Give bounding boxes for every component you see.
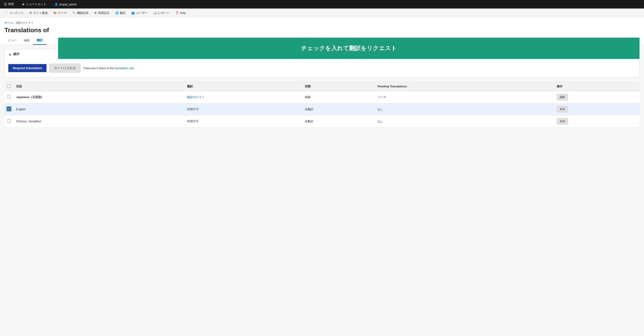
page-header: ホーム › 翻訳のテスト Translations of ビュー 編集 翻訳 チ… bbox=[0, 18, 644, 45]
row-action-button-chinese[interactable]: 追加 bbox=[557, 118, 568, 124]
nav-people[interactable]: 👥 ユーザー bbox=[129, 9, 150, 18]
callout-text: チェックを入れて翻訳をリクエスト bbox=[301, 45, 397, 52]
main-content: ホーム › 翻訳のテスト Translations of ビュー 編集 翻訳 チ… bbox=[0, 18, 644, 336]
row-translation-japanese[interactable]: 翻訳のテスト bbox=[184, 91, 302, 103]
table-row: Japanese（元言語）翻訳のテスト掲載ソース編集 bbox=[4, 91, 640, 103]
people-icon: 👥 bbox=[131, 11, 135, 15]
nav-reports[interactable]: 📊 レポート bbox=[151, 9, 172, 18]
nav-appearance[interactable]: 🎨 テーマ bbox=[51, 9, 69, 18]
appearance-icon: 🎨 bbox=[53, 11, 57, 15]
collapse-icon: ▲ bbox=[8, 52, 12, 56]
extend-icon: 🔧 bbox=[72, 11, 76, 15]
row-status-chinese: 未翻訳 bbox=[302, 115, 375, 127]
row-pending-chinese: なし bbox=[375, 115, 554, 127]
user-icon: 👤 bbox=[54, 3, 58, 6]
nav-appearance-label: テーマ bbox=[58, 11, 67, 15]
admin-toolbar: ☰ 管理 ★ ショートカット 👤 drupal_admin bbox=[0, 0, 644, 9]
nav-extend-label: 機能拡張 bbox=[77, 11, 88, 15]
nav-people-label: ユーザー bbox=[136, 11, 148, 15]
row-pending-japanese: ソース bbox=[375, 91, 554, 103]
page-title: Translations of bbox=[4, 27, 640, 34]
configuration-icon: ⚙ bbox=[94, 11, 97, 15]
cart-suffix: . bbox=[134, 67, 134, 70]
cart-info: There are 0 items in the translation car… bbox=[83, 67, 134, 70]
table-row: Chinese, Simplified利用不可未翻訳なし追加 bbox=[4, 115, 640, 127]
toolbar-manage[interactable]: ☰ 管理 bbox=[2, 2, 16, 6]
nav-configuration[interactable]: ⚙ 環境設定 bbox=[92, 9, 112, 18]
nav-extend[interactable]: 🔧 機能拡張 bbox=[70, 9, 91, 18]
nav-translation-label: 翻訳 bbox=[120, 11, 126, 15]
col-header-pending: Pending Translations bbox=[375, 82, 554, 91]
breadcrumb-separator: › bbox=[14, 21, 15, 25]
row-language-chinese: Chinese, Simplified bbox=[14, 115, 184, 127]
operations-body: Request translation カートに入れる There are 0 … bbox=[5, 59, 639, 77]
translation-icon: 🌐 bbox=[115, 11, 119, 15]
col-header-status: 状態 bbox=[302, 82, 375, 91]
nav-content-label: コンテンツ bbox=[9, 11, 24, 15]
row-checkbox-cell bbox=[4, 115, 14, 127]
row-action-chinese: 追加 bbox=[554, 115, 640, 127]
content-icon: 📄 bbox=[4, 11, 8, 15]
tab-view[interactable]: ビュー bbox=[4, 37, 20, 45]
table-header-row: 言語 翻訳 状態 Pending Translations 操作 bbox=[4, 82, 640, 91]
nav-structure[interactable]: ⚙ サイト構成 bbox=[27, 9, 50, 18]
callout-overlay: チェックを入れて翻訳をリクエスト bbox=[58, 38, 640, 59]
cart-link[interactable]: translation cart bbox=[115, 67, 134, 70]
request-translation-button[interactable]: Request translation bbox=[8, 64, 46, 72]
row-pending-english: なし bbox=[375, 103, 554, 115]
star-icon: ★ bbox=[22, 3, 25, 6]
toolbar-manage-label: 管理 bbox=[8, 2, 14, 6]
col-header-checkbox bbox=[4, 82, 14, 91]
toolbar-user[interactable]: 👤 drupal_admin bbox=[52, 3, 79, 6]
toolbar-shortcuts[interactable]: ★ ショートカット bbox=[20, 2, 48, 6]
add-to-cart-button[interactable]: カートに入れる bbox=[49, 64, 80, 73]
row-checkbox-english[interactable] bbox=[7, 107, 11, 111]
row-checkbox-cell bbox=[4, 91, 14, 103]
row-language-english: English bbox=[14, 103, 184, 115]
table-row: English利用不可未翻訳なし追加 bbox=[4, 103, 640, 115]
col-header-translation: 翻訳 bbox=[184, 82, 302, 91]
nav-content[interactable]: 📄 コンテンツ bbox=[2, 9, 26, 18]
row-checkbox-japanese[interactable] bbox=[7, 95, 11, 99]
tab-edit[interactable]: 編集 bbox=[20, 37, 33, 45]
row-action-japanese: 編集 bbox=[554, 91, 640, 103]
toolbar-user-label: drupal_admin bbox=[59, 3, 77, 6]
nav-reports-label: レポート bbox=[158, 11, 170, 15]
breadcrumb: ホーム › 翻訳のテスト bbox=[4, 21, 640, 25]
row-translation-chinese: 利用不可 bbox=[184, 115, 302, 127]
nav-help[interactable]: ❓ Help bbox=[173, 9, 188, 18]
secondary-nav: 📄 コンテンツ ⚙ サイト構成 🎨 テーマ 🔧 機能拡張 ⚙ 環境設定 🌐 翻訳… bbox=[0, 9, 644, 18]
cart-info-text: There are 0 items in the bbox=[83, 67, 114, 70]
col-header-actions: 操作 bbox=[554, 82, 640, 91]
row-action-english: 追加 bbox=[554, 103, 640, 115]
row-checkbox-chinese[interactable] bbox=[7, 119, 11, 123]
reports-icon: 📊 bbox=[153, 11, 157, 15]
tab-translations[interactable]: 翻訳 bbox=[33, 37, 46, 45]
row-translation-link-japanese[interactable]: 翻訳のテスト bbox=[187, 95, 204, 99]
row-checkbox-cell bbox=[4, 103, 14, 115]
translations-table: 言語 翻訳 状態 Pending Translations 操作 bbox=[4, 82, 640, 127]
operations-label: 操作 bbox=[13, 52, 20, 56]
nav-configuration-label: 環境設定 bbox=[98, 11, 110, 15]
menu-icon: ☰ bbox=[4, 3, 7, 6]
structure-icon: ⚙ bbox=[29, 11, 32, 15]
nav-structure-label: サイト構成 bbox=[33, 11, 48, 15]
row-translation-english: 利用不可 bbox=[184, 103, 302, 115]
row-action-button-english[interactable]: 追加 bbox=[557, 106, 568, 112]
row-action-button-japanese[interactable]: 編集 bbox=[557, 94, 568, 100]
row-language-japanese: Japanese（元言語） bbox=[14, 91, 184, 103]
row-status-english: 未翻訳 bbox=[302, 103, 375, 115]
nav-help-label: Help bbox=[180, 11, 186, 15]
help-icon: ❓ bbox=[175, 11, 179, 15]
nav-translation[interactable]: 🌐 翻訳 bbox=[113, 9, 128, 18]
col-header-language: 言語 bbox=[14, 82, 184, 91]
select-all-checkbox[interactable] bbox=[7, 84, 11, 88]
toolbar-shortcuts-label: ショートカット bbox=[26, 2, 46, 6]
breadcrumb-current: 翻訳のテスト bbox=[16, 21, 34, 25]
breadcrumb-home[interactable]: ホーム bbox=[4, 21, 13, 25]
row-status-japanese: 掲載 bbox=[302, 91, 375, 103]
